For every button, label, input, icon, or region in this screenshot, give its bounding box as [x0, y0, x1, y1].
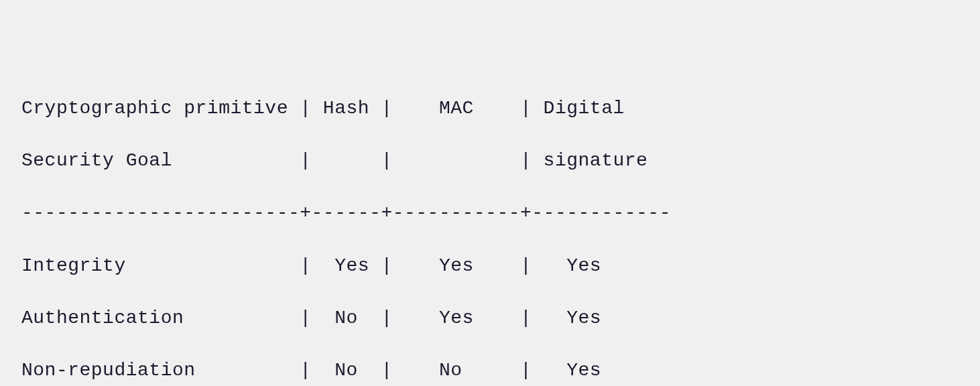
table-row-nonrepudiation: Non-repudiation | No | No | Yes: [21, 357, 959, 383]
table-header-row-1: Cryptographic primitive | Hash | MAC | D…: [21, 95, 959, 121]
table-row-integrity: Integrity | Yes | Yes | Yes: [21, 253, 959, 279]
table-divider-1: ------------------------+------+--------…: [21, 200, 959, 226]
table-row-authentication: Authentication | No | Yes | Yes: [21, 305, 959, 331]
table-header-row-2: Security Goal | | | signature: [21, 147, 959, 174]
